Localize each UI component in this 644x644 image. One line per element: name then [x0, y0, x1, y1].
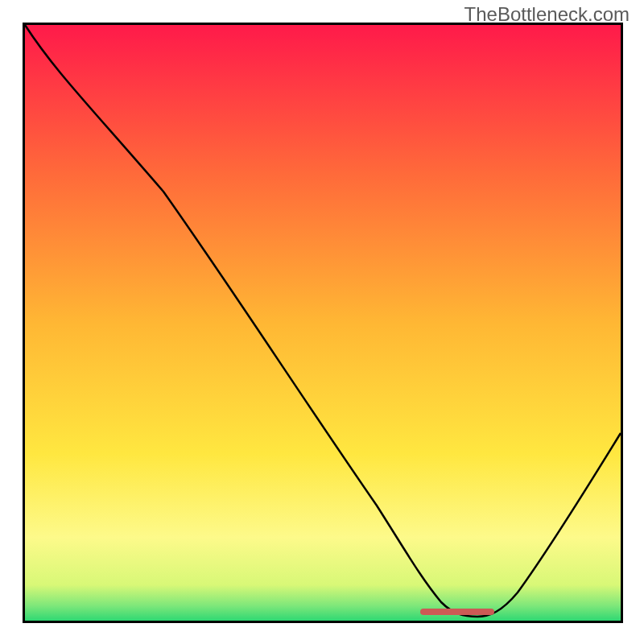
gradient-background	[25, 25, 621, 621]
chart-container: TheBottleneck.com	[0, 0, 644, 644]
chart-svg	[23, 23, 623, 623]
plot-area	[23, 23, 623, 623]
watermark-text: TheBottleneck.com	[464, 3, 630, 26]
